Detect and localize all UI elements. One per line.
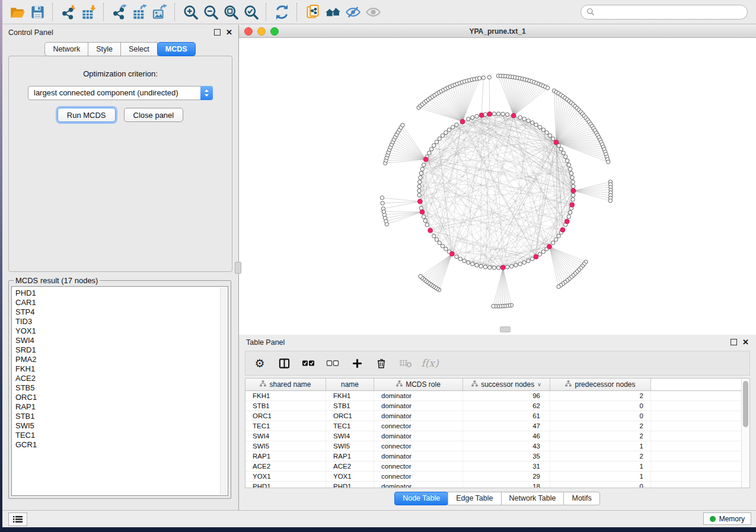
float-table-panel-icon[interactable]: [731, 339, 737, 345]
hub-node[interactable]: [479, 113, 484, 117]
hub-node[interactable]: [500, 265, 505, 270]
ring-node[interactable]: [534, 123, 538, 127]
tab-network-table[interactable]: Network Table: [501, 492, 564, 505]
fan-node[interactable]: [607, 160, 610, 164]
ring-node[interactable]: [569, 167, 572, 171]
hide-graphics-details-icon[interactable]: [343, 3, 363, 21]
ring-node[interactable]: [522, 261, 526, 264]
ring-node[interactable]: [438, 241, 441, 245]
hub-node[interactable]: [428, 228, 433, 233]
table-row[interactable]: TEC1TEC1connector472: [245, 421, 749, 431]
hub-node[interactable]: [420, 210, 425, 214]
ring-node[interactable]: [417, 189, 421, 193]
table-row[interactable]: RAP1RAP1dominator352: [245, 451, 749, 462]
ring-node[interactable]: [471, 262, 474, 265]
import-network-icon[interactable]: [58, 3, 78, 21]
tab-select[interactable]: Select: [120, 42, 158, 56]
ring-node[interactable]: [548, 134, 551, 137]
task-history-button[interactable]: [8, 512, 27, 526]
ring-node[interactable]: [444, 131, 448, 134]
ring-node[interactable]: [419, 171, 423, 175]
hub-node[interactable]: [487, 112, 492, 117]
hub-node[interactable]: [423, 157, 428, 162]
ring-node[interactable]: [417, 193, 421, 197]
table-row[interactable]: ACE2ACE2connector311: [245, 462, 749, 472]
fan-node[interactable]: [492, 305, 495, 308]
ring-node[interactable]: [518, 262, 522, 265]
export-table-icon[interactable]: [129, 3, 149, 21]
ring-node[interactable]: [497, 266, 500, 270]
fan-node[interactable]: [481, 76, 485, 79]
table-row[interactable]: SWI5SWI5connector431: [245, 441, 749, 451]
export-image-icon[interactable]: [149, 3, 170, 21]
ring-node[interactable]: [429, 148, 433, 151]
ring-node[interactable]: [492, 266, 496, 270]
network-overview-houses-icon[interactable]: [323, 3, 343, 21]
fan-node[interactable]: [487, 75, 491, 79]
ring-node[interactable]: [471, 116, 474, 119]
criterion-select[interactable]: largest connected component (undirected): [28, 86, 213, 100]
tab-motifs[interactable]: Motifs: [563, 492, 599, 505]
ring-node[interactable]: [432, 234, 436, 238]
ring-node[interactable]: [435, 238, 438, 241]
tab-mcds[interactable]: MCDS: [157, 42, 196, 56]
ring-node[interactable]: [497, 112, 500, 116]
hub-node[interactable]: [460, 119, 465, 124]
float-panel-icon[interactable]: [214, 29, 221, 36]
ring-node[interactable]: [522, 117, 526, 121]
hub-node[interactable]: [554, 140, 559, 145]
ring-node[interactable]: [462, 259, 466, 262]
ring-node[interactable]: [422, 215, 425, 219]
ring-node[interactable]: [567, 163, 570, 166]
export-network-icon[interactable]: [109, 3, 129, 21]
tab-node-table[interactable]: Node Table: [394, 492, 448, 505]
ring-node[interactable]: [458, 257, 462, 261]
ring-node[interactable]: [483, 265, 487, 269]
zoom-in-icon[interactable]: [180, 3, 200, 21]
network-canvas[interactable]: [239, 38, 756, 335]
column-header-MCDS-role[interactable]: MCDS role: [374, 379, 463, 390]
table-row[interactable]: YOX1YOX1connector291: [245, 472, 749, 482]
table-scrollbar-thumb[interactable]: [743, 381, 748, 427]
save-icon[interactable]: [27, 3, 47, 21]
ring-node[interactable]: [564, 155, 567, 158]
add-row-icon[interactable]: [350, 356, 364, 370]
tab-style[interactable]: Style: [88, 42, 121, 56]
ring-node[interactable]: [567, 215, 570, 219]
ring-node[interactable]: [541, 250, 545, 254]
ring-node[interactable]: [438, 137, 441, 140]
tab-network[interactable]: Network: [44, 42, 88, 56]
delete-row-icon[interactable]: [374, 356, 388, 370]
hub-node[interactable]: [570, 203, 575, 207]
ring-node[interactable]: [551, 241, 555, 245]
column-header-predecessor-nodes[interactable]: predecessor nodes: [550, 379, 651, 390]
ring-node[interactable]: [570, 176, 574, 180]
ring-node[interactable]: [566, 159, 569, 162]
column-header-name[interactable]: name: [326, 379, 374, 390]
ring-node[interactable]: [444, 247, 448, 251]
table-row[interactable]: FKH1FKH1dominator962: [245, 391, 749, 401]
ring-node[interactable]: [562, 151, 565, 155]
select-all-icon[interactable]: [301, 356, 315, 370]
ring-node[interactable]: [488, 265, 492, 269]
table-row[interactable]: STB1STB1dominator620: [245, 401, 749, 411]
search-input[interactable]: [598, 7, 742, 17]
hub-node[interactable]: [560, 227, 565, 232]
table-scrollbar[interactable]: [741, 379, 749, 488]
ring-node[interactable]: [571, 180, 575, 184]
hub-node[interactable]: [417, 199, 422, 204]
ring-node[interactable]: [557, 234, 560, 238]
ring-node[interactable]: [538, 126, 541, 129]
fan-node[interactable]: [557, 285, 560, 289]
memory-button[interactable]: Memory: [703, 512, 751, 525]
ring-node[interactable]: [551, 137, 555, 140]
refresh-icon[interactable]: [272, 3, 292, 21]
ring-node[interactable]: [527, 259, 530, 262]
fan-node[interactable]: [401, 123, 404, 127]
ring-node[interactable]: [569, 171, 573, 175]
ring-node[interactable]: [531, 121, 534, 124]
ring-node[interactable]: [475, 264, 479, 267]
ring-node[interactable]: [538, 252, 541, 256]
hub-node[interactable]: [571, 188, 576, 193]
table-row[interactable]: SWI4SWI4dominator462: [245, 431, 749, 441]
